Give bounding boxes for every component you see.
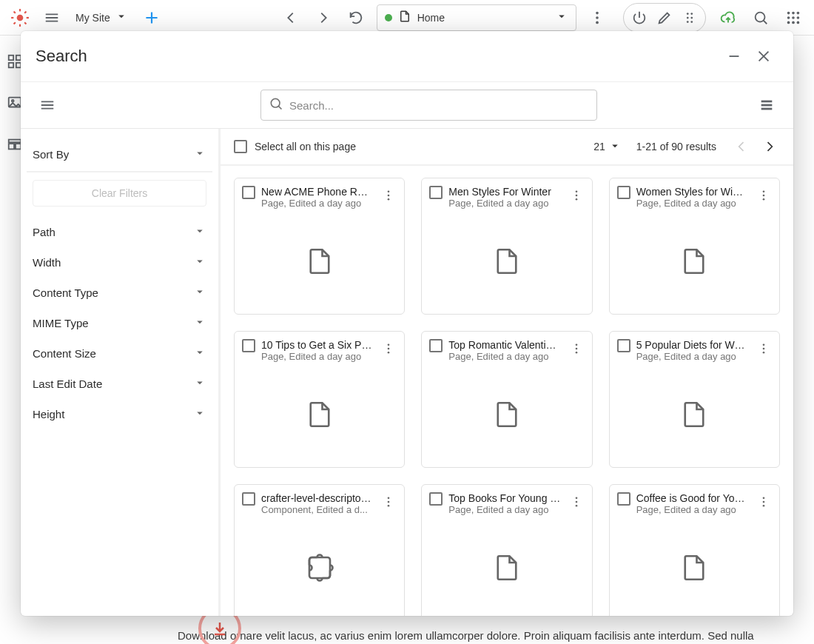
chevron-down-icon [608, 139, 622, 155]
filter-path[interactable]: Path [27, 217, 212, 247]
crafter-logo-icon [10, 8, 30, 27]
svg-point-48 [763, 190, 765, 192]
chevron-down-icon [193, 285, 206, 301]
card-more-button[interactable] [379, 186, 398, 205]
drag-handle-button[interactable] [677, 5, 702, 30]
svg-line-6 [24, 22, 26, 24]
chevron-down-icon [193, 315, 206, 331]
search-input-container [260, 90, 597, 121]
card-title: Top Books For Young W... [448, 492, 560, 504]
minimize-button[interactable] [719, 41, 749, 71]
top-app-bar: My Site Home [0, 0, 814, 36]
svg-point-60 [388, 497, 390, 499]
svg-rect-37 [730, 56, 739, 57]
svg-point-55 [575, 348, 577, 350]
svg-point-69 [763, 505, 765, 507]
svg-point-51 [388, 343, 390, 346]
card-more-button[interactable] [754, 492, 773, 511]
filter-content-size[interactable]: Content Size [27, 338, 212, 369]
card-title: 10 Tips to Get a Six Pack [261, 339, 373, 351]
page-file-icon [304, 399, 335, 433]
result-card[interactable]: New ACME Phone Relea... Page, Edited a d… [234, 178, 405, 315]
card-title: Top Romantic Valentine... [448, 339, 560, 351]
filter-last-edit-date[interactable]: Last Edit Date [27, 369, 212, 399]
card-subtitle: Component, Edited a d... [261, 504, 373, 515]
card-checkbox[interactable] [617, 339, 630, 352]
page-file-icon [679, 552, 710, 586]
card-more-button[interactable] [567, 186, 586, 205]
results-grid: New ACME Phone Relea... Page, Edited a d… [221, 166, 793, 616]
add-button[interactable] [137, 3, 166, 33]
card-checkbox[interactable] [242, 186, 255, 199]
result-card[interactable]: Top Books For Young W... Page, Edited a … [421, 484, 592, 616]
card-checkbox[interactable] [617, 492, 630, 506]
card-more-button[interactable] [567, 339, 586, 358]
filter-height[interactable]: Height [27, 399, 212, 429]
svg-rect-41 [761, 108, 773, 110]
card-subtitle: Page, Edited a day ago [261, 351, 373, 362]
reload-button[interactable] [341, 3, 371, 33]
svg-line-7 [14, 22, 16, 24]
status-dot-icon [385, 14, 392, 21]
clear-filters-button: Clear Filters [33, 180, 206, 207]
filter-label: Width [33, 256, 61, 269]
publish-cloud-button[interactable] [713, 3, 743, 33]
card-more-button[interactable] [567, 492, 586, 511]
search-input[interactable] [289, 99, 589, 112]
card-checkbox[interactable] [617, 186, 630, 199]
svg-point-38 [271, 98, 280, 107]
page-size-value: 21 [593, 141, 605, 152]
card-more-button[interactable] [754, 186, 773, 205]
filter-width[interactable]: Width [27, 247, 212, 278]
close-button[interactable] [749, 41, 778, 71]
svg-point-10 [596, 16, 599, 19]
apps-button[interactable] [778, 3, 808, 33]
svg-point-24 [797, 16, 800, 19]
result-card[interactable]: Women Styles for Winter Page, Edited a d… [609, 178, 780, 315]
card-checkbox[interactable] [242, 339, 255, 352]
card-checkbox[interactable] [242, 492, 255, 506]
card-checkbox[interactable] [429, 492, 443, 506]
card-more-button[interactable] [379, 492, 398, 511]
next-page-button[interactable] [759, 136, 780, 157]
site-selector[interactable]: My Site [70, 10, 134, 25]
view-mode-button[interactable] [752, 90, 781, 120]
card-more-button[interactable] [754, 339, 773, 358]
svg-line-5 [14, 11, 16, 13]
result-card[interactable]: Coffee is Good for Your ... Page, Edited… [609, 484, 780, 616]
result-card[interactable]: Men Styles For Winter Page, Edited a day… [421, 178, 592, 315]
results-count: 1-21 of 90 results [636, 141, 716, 152]
nav-back-button[interactable] [276, 3, 306, 33]
result-card[interactable]: crafter-level-descriptor.... Component, … [234, 484, 405, 616]
result-card[interactable]: 5 Popular Diets for Wo... Page, Edited a… [609, 331, 780, 468]
filter-mime-type[interactable]: MIME Type [27, 308, 212, 338]
result-card[interactable]: Top Romantic Valentine... Page, Edited a… [421, 331, 592, 468]
svg-point-27 [797, 21, 800, 24]
page-size-select[interactable]: 21 [593, 139, 622, 155]
page-more-button[interactable] [582, 3, 612, 33]
edit-button[interactable] [652, 5, 677, 30]
sort-by-section[interactable]: Sort By [27, 139, 212, 172]
card-checkbox[interactable] [429, 339, 443, 352]
url-bar[interactable]: Home [377, 4, 576, 31]
result-card[interactable]: 10 Tips to Get a Six Pack Page, Edited a… [234, 331, 405, 468]
prev-page-button [731, 136, 752, 157]
svg-point-21 [797, 11, 800, 14]
power-button[interactable] [627, 5, 652, 30]
svg-rect-35 [9, 144, 14, 149]
card-more-button[interactable] [379, 339, 398, 358]
component-icon [304, 552, 335, 586]
main-menu-button[interactable] [37, 3, 67, 33]
svg-point-25 [787, 21, 790, 24]
card-subtitle: Page, Edited a day ago [636, 504, 748, 515]
search-button[interactable] [746, 3, 776, 33]
svg-point-11 [596, 21, 599, 24]
select-all-checkbox[interactable] [234, 140, 247, 153]
svg-point-13 [690, 13, 693, 15]
toggle-filters-button[interactable] [33, 90, 62, 120]
card-title: Women Styles for Winter [636, 186, 748, 198]
card-checkbox[interactable] [429, 186, 443, 199]
nav-forward-button[interactable] [309, 3, 338, 33]
page-preview-text: Download ornare velit lacus, ac varius e… [178, 628, 784, 645]
filter-content-type[interactable]: Content Type [27, 278, 212, 308]
